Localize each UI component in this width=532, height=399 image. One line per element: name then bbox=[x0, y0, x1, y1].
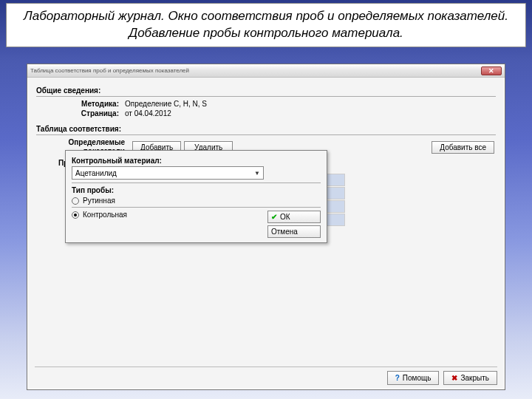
window-title: Таблица соответствия проб и определяемых… bbox=[30, 67, 189, 74]
ok-label: ОК bbox=[280, 213, 290, 221]
add-all-button[interactable]: Добавить все bbox=[432, 141, 494, 154]
divider bbox=[36, 96, 496, 97]
check-icon: ✔ bbox=[271, 213, 277, 221]
divider bbox=[72, 183, 321, 183]
cancel-button[interactable]: Отмена bbox=[267, 225, 321, 238]
material-select[interactable]: Ацетанилид ▼ bbox=[72, 166, 264, 180]
radio-routine-label: Рутинная bbox=[83, 197, 115, 205]
divider bbox=[72, 207, 321, 208]
slide-title-bold: Лабораторный журнал. bbox=[24, 9, 165, 23]
slide-title-rest: Окно соответствия проб и определяемых по… bbox=[129, 9, 508, 40]
radio-routine-row[interactable]: Рутинная bbox=[72, 197, 321, 205]
slide-title: Лабораторный журнал. Окно соответствия п… bbox=[6, 3, 526, 47]
material-value: Ацетанилид bbox=[75, 169, 117, 177]
close-label: Закрыть bbox=[460, 374, 489, 382]
ok-button[interactable]: ✔ ОК bbox=[267, 211, 321, 223]
help-icon: ? bbox=[395, 374, 400, 382]
footer-divider bbox=[35, 366, 497, 367]
add-sample-dialog: Контрольный материал: Ацетанилид ▼ Тип п… bbox=[65, 150, 327, 243]
divider bbox=[36, 134, 496, 135]
page-value: от 04.04.2012 bbox=[125, 109, 171, 117]
material-label: Контрольный материал: bbox=[72, 157, 321, 165]
table-section-label: Таблица соответствия: bbox=[36, 125, 496, 133]
close-icon[interactable]: ✕ bbox=[481, 66, 502, 75]
cancel-label: Отмена bbox=[271, 228, 298, 236]
page-key: Страница: bbox=[36, 109, 125, 117]
window-titlebar[interactable]: Таблица соответствия проб и определяемых… bbox=[27, 64, 505, 78]
method-key: Методика: bbox=[36, 100, 125, 108]
radio-control-label: Контрольная bbox=[83, 211, 127, 219]
x-icon: ✖ bbox=[451, 374, 457, 382]
sample-type-label: Тип пробы: bbox=[72, 186, 321, 194]
chevron-down-icon: ▼ bbox=[254, 170, 260, 177]
help-label: Помощь bbox=[403, 374, 432, 382]
footer-bar: ? Помощь ✖ Закрыть bbox=[387, 371, 497, 385]
radio-control[interactable] bbox=[72, 211, 79, 219]
close-button[interactable]: ✖ Закрыть bbox=[443, 371, 497, 385]
method-value: Определение C, H, N, S bbox=[125, 100, 207, 108]
help-button[interactable]: ? Помощь bbox=[387, 371, 440, 385]
radio-routine[interactable] bbox=[72, 197, 79, 205]
general-section-label: Общие сведения: bbox=[36, 86, 496, 95]
